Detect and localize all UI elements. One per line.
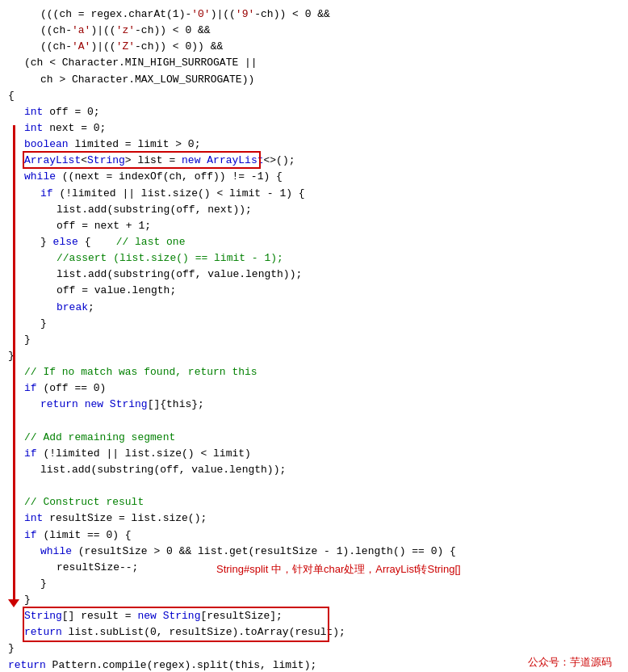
code-line-28: if (!limited || list.size() < limit) xyxy=(8,446,620,462)
code-line-29: list.add(substring(off, value.length)); xyxy=(8,462,620,478)
code-line-24: if (off == 0) xyxy=(8,380,620,397)
annotation-text: String#split 中，针对单char处理，ArrayList转Strin… xyxy=(216,561,461,578)
code-line-18: off = value.length; xyxy=(8,283,620,299)
code-line-34: while (resultSize > 0 && list.get(result… xyxy=(8,544,620,560)
code-container: (((ch = regex.charAt(1)-'0')|(('9'-ch)) … xyxy=(0,0,628,672)
code-line-30 xyxy=(8,478,620,494)
code-line-17: list.add(substring(off, value.length)); xyxy=(8,267,620,283)
code-line-10: ArrayList<String> list = new ArrayList<>… xyxy=(8,153,620,169)
code-line-16: //assert (list.size() == limit - 1); xyxy=(8,250,620,267)
code-line-3: ((ch-'A')|(('Z'-ch)) < 0)) && xyxy=(8,39,620,55)
code-line-27: // Add remaining segment xyxy=(8,430,620,446)
code-line-7: int off = 0; xyxy=(8,104,620,120)
code-line-25: return new String[]{this}; xyxy=(8,397,620,413)
code-line-15: } else { // last one xyxy=(8,234,620,250)
code-line-1: (((ch = regex.charAt(1)-'0')|(('9'-ch)) … xyxy=(8,6,620,23)
code-line-19: break; xyxy=(8,300,620,316)
code-line-32: int resultSize = list.size(); xyxy=(8,510,620,527)
code-line-6: { xyxy=(8,88,620,104)
code-line-37: } xyxy=(8,592,620,608)
red-arrow-vertical xyxy=(13,125,15,602)
code-line-5: ch > Character.MAX_LOW_SURROGATE)) xyxy=(8,72,620,88)
watermark: 公众号：芋道源码 xyxy=(528,654,612,670)
code-line-38: String[] result = new String[resultSize]… xyxy=(8,608,620,624)
code-line-33: if (limit == 0) { xyxy=(8,527,620,544)
code-line-23: // If no match was found, return this xyxy=(8,364,620,380)
code-line-39: return list.subList(0, resultSize).toArr… xyxy=(8,624,620,640)
code-line-11: while ((next = indexOf(ch, off)) != -1) … xyxy=(8,169,620,185)
code-line-2: ((ch-'a')|(('z'-ch)) < 0 && xyxy=(8,23,620,39)
code-line-14: off = next + 1; xyxy=(8,218,620,234)
code-line-26 xyxy=(8,414,620,430)
code-line-8: int next = 0; xyxy=(8,120,620,136)
code-line-21: } xyxy=(8,332,620,348)
code-line-9: boolean limited = limit > 0; xyxy=(8,136,620,153)
code-line-31: // Construct result xyxy=(8,494,620,510)
code-line-4: (ch < Character.MIN_HIGH_SURROGATE || xyxy=(8,55,620,71)
code-line-12: if (!limited || list.size() < limit - 1)… xyxy=(8,186,620,202)
arrowhead xyxy=(8,599,19,607)
code-line-22: } xyxy=(8,348,620,364)
code-line-20: } xyxy=(8,316,620,332)
code-line-13: list.add(substring(off, next)); xyxy=(8,202,620,218)
code-line-36: } xyxy=(8,576,620,592)
